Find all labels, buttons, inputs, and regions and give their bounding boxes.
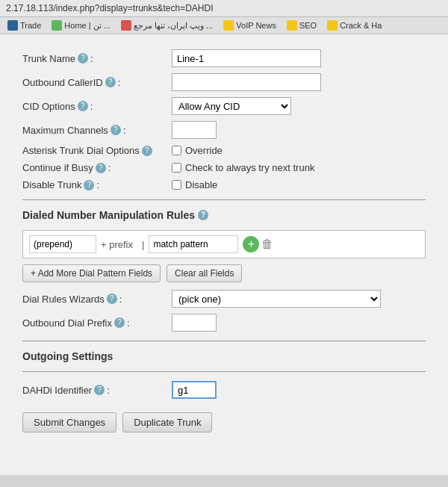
pattern-action-buttons: + Add More Dial Pattern Fields Clear all… [22, 264, 426, 282]
bookmark-trade-icon [7, 20, 18, 31]
disable-checkbox[interactable] [172, 180, 181, 190]
outbound-dial-prefix-input[interactable] [172, 314, 217, 332]
asterisk-options-label: Asterisk Trunk Dial Options ? [22, 145, 172, 156]
bookmark-trade[interactable]: Trade [4, 19, 44, 31]
outbound-callerid-input[interactable] [172, 73, 321, 91]
continue-if-busy-row: Continue if Busy ? : Check to always try… [22, 162, 426, 173]
submit-row: Submit Changes Duplicate Trunk [22, 412, 426, 432]
clear-fields-button[interactable]: Clear all Fields [167, 264, 242, 282]
outbound-callerid-row: Outbound CallerID ? : [22, 73, 426, 91]
main-content: Trunk Name ? : Outbound CallerID ? : CID… [0, 34, 448, 475]
asterisk-options-help-icon[interactable]: ? [142, 146, 152, 156]
plus-prefix-sep: + prefix [96, 239, 137, 250]
trunk-name-label: Trunk Name ? : [22, 53, 172, 64]
divider-3 [22, 371, 426, 372]
continue-if-busy-label: Continue if Busy ? : [22, 162, 172, 173]
bookmark-crack-label: Crack & Ha [340, 21, 382, 30]
dahdi-identifier-row: DAHDi Identifier ? : [22, 381, 426, 399]
add-pattern-button[interactable]: + [243, 236, 259, 252]
disable-trunk-row: Disable Trunk ? : Disable [22, 179, 426, 190]
bookmark-crack-icon [327, 20, 337, 31]
dial-rules-select[interactable]: (pick one) [172, 290, 381, 308]
disable-help-icon[interactable]: ? [84, 180, 94, 190]
disable-label-text: Disable [185, 179, 217, 190]
bookmark-seo-label: SEO [299, 21, 317, 30]
bookmark-trade-label: Trade [20, 21, 41, 30]
pipe-sep: | [137, 239, 149, 250]
override-checkbox-label[interactable]: Override [172, 145, 223, 156]
trash-icon: 🗑 [261, 238, 273, 251]
continue-help-icon[interactable]: ? [96, 163, 106, 173]
outbound-callerid-help-icon[interactable]: ? [105, 77, 116, 87]
disable-checkbox-label[interactable]: Disable [172, 179, 217, 190]
dial-rules-wizards-label: Dial Rules Wizards ? : [22, 294, 172, 305]
dial-pattern-row: + prefix | + 🗑 [22, 230, 426, 258]
divider-2 [22, 341, 426, 341]
bookmarks-bar: Trade Home | تن ... ویپ ایران، تنها مرجع… [0, 17, 448, 34]
bookmark-home-label: Home | تن ... [64, 21, 111, 31]
max-channels-input[interactable] [172, 121, 217, 139]
outgoing-settings-section: Outgoing Settings DAHDi Identifier ? : [22, 341, 426, 399]
dial-rules-help-icon[interactable]: ? [198, 210, 208, 220]
delete-pattern-button[interactable]: 🗑 [259, 236, 276, 252]
add-more-button[interactable]: + Add More Dial Pattern Fields [22, 264, 161, 282]
outbound-callerid-label: Outbound CallerID ? : [22, 77, 172, 88]
cid-options-label: CID Options ? : [22, 101, 172, 112]
dahdi-identifier-help-icon[interactable]: ? [94, 385, 105, 395]
bookmark-joomla-label: ویپ ایران، تنها مرجع ... [134, 21, 213, 31]
bookmark-seo-icon [287, 20, 297, 31]
duplicate-button[interactable]: Duplicate Trunk [122, 412, 212, 432]
bookmark-voip-label: VoIP News [236, 21, 276, 30]
max-channels-help-icon[interactable]: ? [111, 125, 121, 135]
bookmark-seo[interactable]: SEO [284, 19, 320, 31]
bookmark-crack[interactable]: Crack & Ha [324, 19, 385, 31]
url-text: 2.17.18.113/index.php?display=trunks&tec… [6, 3, 214, 13]
address-bar: 2.17.18.113/index.php?display=trunks&tec… [0, 0, 448, 17]
cid-options-row: CID Options ? : Allow Any CID Block CID … [22, 97, 426, 115]
trunk-name-input[interactable] [172, 49, 321, 67]
bookmark-voip-news[interactable]: VoIP News [220, 19, 279, 31]
outbound-dial-prefix-help-icon[interactable]: ? [114, 317, 125, 328]
override-checkbox[interactable] [172, 146, 181, 155]
trunk-name-row: Trunk Name ? : [22, 49, 426, 67]
check-always-label[interactable]: Check to always try next trunk [172, 162, 314, 173]
outbound-dial-prefix-row: Outbound Dial Prefix ? : [22, 314, 426, 332]
max-channels-label: Maximum Channels ? : [22, 125, 172, 136]
bookmark-voip-icon [223, 20, 234, 31]
override-label-text: Override [185, 145, 223, 156]
bookmark-joomla-icon [121, 20, 131, 31]
bookmark-home-icon [52, 20, 62, 31]
disable-trunk-label: Disable Trunk ? : [22, 179, 172, 190]
match-pattern-input[interactable] [149, 235, 238, 253]
check-always-checkbox[interactable] [172, 163, 181, 173]
outgoing-settings-title: Outgoing Settings [22, 350, 426, 362]
bookmark-joomla[interactable]: ویپ ایران، تنها مرجع ... [118, 19, 216, 31]
check-always-text: Check to always try next trunk [185, 162, 314, 173]
cid-options-help-icon[interactable]: ? [78, 101, 88, 111]
outbound-dial-prefix-label: Outbound Dial Prefix ? : [22, 317, 172, 329]
cid-options-select[interactable]: Allow Any CID Block CID Force CID [172, 97, 291, 115]
dial-rules-wizards-help-icon[interactable]: ? [107, 294, 117, 304]
dahdi-identifier-label: DAHDi Identifier ? : [22, 385, 172, 396]
bookmark-home[interactable]: Home | تن ... [49, 19, 113, 31]
asterisk-options-row: Asterisk Trunk Dial Options ? Override [22, 145, 426, 156]
trunk-name-help-icon[interactable]: ? [78, 53, 88, 63]
dahdi-identifier-input[interactable] [172, 381, 217, 399]
basic-settings-section: Trunk Name ? : Outbound CallerID ? : CID… [22, 49, 426, 190]
max-channels-row: Maximum Channels ? : [22, 121, 426, 139]
dial-rules-wizards-row: Dial Rules Wizards ? : (pick one) [22, 290, 426, 308]
submit-button[interactable]: Submit Changes [22, 412, 116, 432]
divider-1 [22, 199, 426, 200]
dial-rules-section-title: Dialed Number Manipulation Rules ? [22, 209, 426, 221]
prepend-input[interactable] [29, 235, 96, 253]
